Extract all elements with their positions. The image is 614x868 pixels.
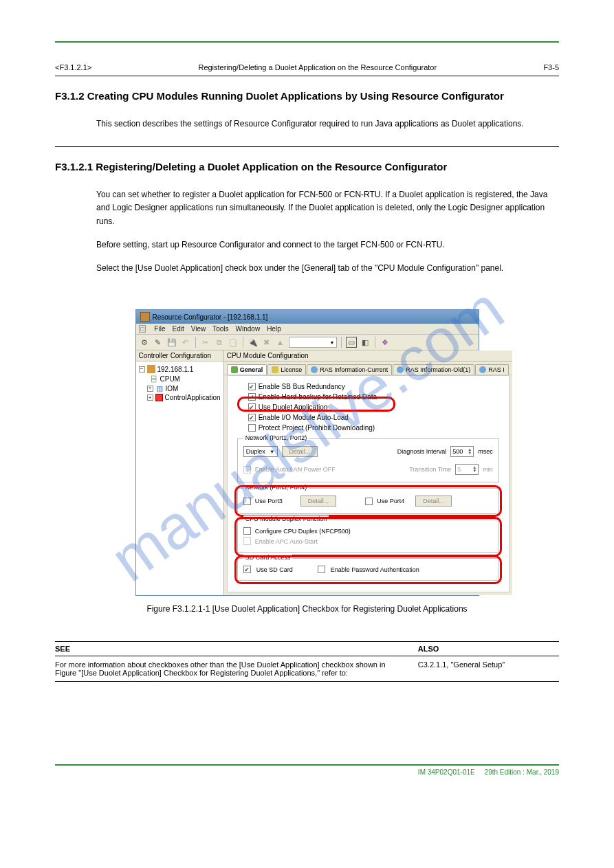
delete-icon[interactable]: ✖ [261,337,272,348]
app-icon [155,394,163,401]
checkbox-icon[interactable] [248,424,256,432]
net12-detail-button[interactable]: Detail... [282,446,318,457]
use-sd-card-label: Use SD Card [256,566,293,573]
diag-interval-value: 500 [452,448,463,455]
check-hard-backup[interactable]: Enable Hard-backup for Retained Data [234,392,502,402]
menu-view[interactable]: View [191,325,206,333]
view-icon[interactable]: ▭ [346,337,357,348]
diag-interval-label: Diagnosis Interval [397,448,447,455]
tool-icon[interactable]: ⚙ [139,337,150,348]
see-also-row: For more information about checkboxes ot… [55,656,559,682]
check-sb-bus[interactable]: Enable SB Bus Redundancy [234,381,502,392]
expand-icon[interactable]: + [147,386,153,392]
copy-icon[interactable]: ⧉ [214,337,225,348]
tree-iom[interactable]: + ▥ IOM [139,383,221,393]
tree-root[interactable]: − 192.168.1.1 [139,364,221,374]
tab-ras-current[interactable]: RAS Information-Current [307,364,392,375]
check-protect[interactable]: Protect Project (Prohibit Downloading) [234,423,502,433]
checkbox-icon[interactable] [248,414,256,421]
check-io-auto-label: Enable I/O Module Auto-Load [259,414,349,421]
port4-detail-button[interactable]: Detail... [415,496,452,507]
cpu-duplex-group: CPU Module Duplex Function Configure CPU… [237,520,499,553]
tree-control-app[interactable]: + ControlApplication [139,393,221,402]
check-protect-label: Protect Project (Prohibit Downloading) [259,424,375,432]
diag-interval-unit: msec [478,448,493,455]
tree-cpum-label: CPUM [160,375,180,383]
tree-title: Controller Configuration [136,350,223,361]
see-also-head-left: SEE [55,645,408,653]
undo-icon[interactable]: ↶ [180,337,191,348]
resource-configurator-window: Resource Configurator - [192.168.1.1] □ … [135,309,479,596]
tree-cpum[interactable]: ⌸ CPUM [139,374,221,383]
doc-id: <F3.1.2.1> [55,63,91,71]
cpu-duplex-cfg-label: Configure CPU Duplex (NFCP500) [255,528,351,535]
menu-file[interactable]: File [154,325,165,333]
body-para-1: You can set whether to register a Duolet… [55,178,559,238]
checkbox-icon[interactable] [248,393,256,401]
network-port12-group: Network (Port1, Port2) Duplex ▼ Detail..… [237,438,499,482]
app-icon [140,312,150,322]
checkbox-icon[interactable] [365,498,373,505]
menubar: □ File Edit View Tools Window Help [136,324,479,335]
config-panel: CPU Module Configuration General License [224,350,512,595]
sd-legend: SD Card Access [243,554,293,561]
help-icon[interactable]: ❖ [380,337,391,348]
connect-icon[interactable]: 🔌 [248,337,259,348]
checkbox-icon[interactable] [248,403,256,411]
check-sb-bus-label: Enable SB Bus Redundancy [259,383,345,390]
tab-general-label: General [240,366,263,373]
cut-icon[interactable]: ✂ [200,337,211,348]
screenshot-container: Resource Configurator - [192.168.1.1] □ … [55,309,559,596]
checkbox-icon[interactable] [248,383,256,390]
tree-root-label: 192.168.1.1 [157,366,194,373]
net-mode-select[interactable]: Duplex ▼ [243,446,278,457]
window-title: Resource Configurator - [192.168.1.1] [153,313,268,321]
check-io-auto[interactable]: Enable I/O Module Auto-Load [234,412,502,423]
transition-time-label: Transition Time [409,466,451,473]
tab-ras-old[interactable]: RAS Information-Old(1) [393,364,474,375]
controller-tree: Controller Configuration − 192.168.1.1 ⌸… [136,350,224,595]
paste-icon[interactable]: 📋 [228,337,239,348]
toolbar-dropdown[interactable]: ▼ [289,337,337,348]
port3-detail-button[interactable]: Detail... [300,496,337,507]
edit-icon[interactable]: ✎ [153,337,164,348]
spinner-icon[interactable]: ▲▼ [468,448,472,455]
tab-ras-more[interactable]: RAS I [475,364,509,375]
transition-time-value: 5 [457,466,461,473]
checkbox-icon [243,537,251,545]
tab-license-label: License [281,366,302,373]
ras-tab-icon [479,366,486,373]
menu-help[interactable]: Help [267,325,281,333]
control-box-icon[interactable]: □ [139,325,146,333]
auto-lan-off-label: Enable Auto LAN Power OFF [255,466,336,473]
menu-edit[interactable]: Edit [172,325,184,333]
toolbar-separator [341,337,342,348]
toolbar-separator [243,337,243,348]
page-body: <F3.1.2.1> Registering/Deleting a Duolet… [0,0,614,803]
figure-caption: Figure F3.1.2.1-1 [Use Duolet Applicatio… [55,604,559,614]
main-split: Controller Configuration − 192.168.1.1 ⌸… [136,350,479,595]
check-duolet[interactable]: Use Duolet Application [234,402,502,412]
checkbox-icon[interactable] [243,566,251,573]
tab-general[interactable]: General [227,364,267,375]
diag-interval-input[interactable]: 500 ▲▼ [450,446,474,457]
checkbox-icon[interactable] [318,566,325,573]
expand-icon[interactable]: + [147,394,153,401]
panel-title: CPU Module Configuration [224,350,512,361]
menu-tools[interactable]: Tools [212,325,228,333]
checkbox-icon[interactable] [243,498,251,505]
see-also-head-right: ALSO [418,645,559,653]
collapse-icon[interactable]: − [139,366,145,372]
top-green-rule [55,41,559,43]
check-duolet-label: Use Duolet Application [259,403,328,411]
see-also-table: SEE ALSO For more information about chec… [55,641,559,682]
checkbox-icon[interactable] [243,527,251,535]
tab-license[interactable]: License [267,364,306,375]
save-icon[interactable]: 💾 [166,337,177,348]
license-tab-icon [272,366,278,373]
action-icon[interactable]: ▲ [275,337,286,348]
checkbox-icon [243,466,251,474]
layout-icon[interactable]: ◧ [360,337,371,348]
menu-window[interactable]: Window [236,325,261,333]
tree-iom-label: IOM [166,385,179,392]
